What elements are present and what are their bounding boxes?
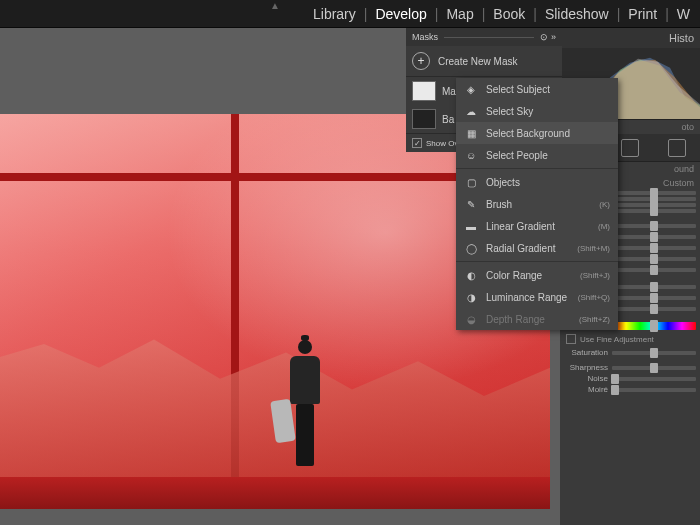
- mask-thumb-1: [412, 81, 436, 101]
- menu-select-sky[interactable]: ☁Select Sky: [456, 100, 618, 122]
- sc: (Shift+M): [577, 244, 610, 253]
- sc: (M): [598, 222, 610, 231]
- tab-web[interactable]: W: [673, 6, 694, 22]
- lbl: Brush: [486, 199, 512, 210]
- histogram-label: Histo: [669, 32, 694, 44]
- menu-objects[interactable]: ▢Objects: [456, 171, 618, 193]
- tab-slideshow[interactable]: Slideshow: [541, 6, 613, 22]
- histogram-header[interactable]: Histo: [560, 28, 700, 48]
- menu-divider: [456, 261, 618, 262]
- noise-label: Noise: [564, 374, 608, 383]
- mask-thumb-2: [412, 109, 436, 129]
- people-icon: ☺: [464, 148, 478, 162]
- lbl: Linear Gradient: [486, 221, 555, 232]
- subject-person: [281, 340, 329, 485]
- person-legs: [296, 404, 314, 466]
- plus-icon: +: [412, 52, 430, 70]
- lbl: Depth Range: [486, 314, 545, 325]
- subject-icon: ◈: [464, 82, 478, 96]
- tab-library[interactable]: Library: [309, 6, 360, 22]
- lbl: Select Sky: [486, 106, 533, 117]
- arrow-up-icon: ▲: [270, 0, 280, 11]
- person-head: [298, 340, 312, 354]
- slider-moire[interactable]: Moiré: [560, 384, 700, 395]
- lbl: Color Range: [486, 270, 542, 281]
- sep: |: [529, 6, 541, 22]
- heal-icon[interactable]: [621, 139, 639, 157]
- mask-type-menu: ◈Select Subject ☁Select Sky ▦Select Back…: [456, 78, 618, 330]
- menu-luminance-range[interactable]: ◑Luminance Range(Shift+Q): [456, 286, 618, 308]
- fine-checkbox[interactable]: [566, 334, 576, 344]
- lbl: Select People: [486, 150, 548, 161]
- menu-divider: [456, 168, 618, 169]
- lbl: Luminance Range: [486, 292, 567, 303]
- fine-label: Use Fine Adjustment: [580, 335, 654, 344]
- menu-select-people[interactable]: ☺Select People: [456, 144, 618, 166]
- mask-icon[interactable]: [668, 139, 686, 157]
- sc: (K): [599, 200, 610, 209]
- sep: |: [360, 6, 372, 22]
- sep: |: [613, 6, 625, 22]
- moire-label: Moiré: [564, 385, 608, 394]
- sep: |: [478, 6, 490, 22]
- menu-select-background[interactable]: ▦Select Background: [456, 122, 618, 144]
- lbl: Select Background: [486, 128, 570, 139]
- lum-icon: ◑: [464, 290, 478, 304]
- masks-header[interactable]: Masks ⊙ »: [406, 28, 562, 46]
- module-tabs: Library| Develop| Map| Book| Slideshow| …: [309, 6, 700, 22]
- fine-adjust-row[interactable]: Use Fine Adjustment: [560, 331, 700, 347]
- tab-map[interactable]: Map: [442, 6, 477, 22]
- sc: (Shift+J): [580, 271, 610, 280]
- menu-depth-range: ◒Depth Range(Shift+Z): [456, 308, 618, 330]
- slider-saturation[interactable]: Saturation: [560, 347, 700, 358]
- depth-icon: ◒: [464, 312, 478, 326]
- person-torso: [290, 356, 320, 404]
- slider-noise[interactable]: Noise: [560, 373, 700, 384]
- overlay-label: Show Ov: [426, 139, 458, 148]
- objects-icon: ▢: [464, 175, 478, 189]
- floor: [0, 477, 550, 509]
- sc: (Shift+Q): [578, 293, 610, 302]
- menu-radial-gradient[interactable]: ◯Radial Gradient(Shift+M): [456, 237, 618, 259]
- overlay-checkbox[interactable]: ✓: [412, 138, 422, 148]
- sep: |: [661, 6, 673, 22]
- lbl: Select Subject: [486, 84, 550, 95]
- slider-sharpness[interactable]: Sharpness: [560, 362, 700, 373]
- sep: |: [431, 6, 443, 22]
- create-label: Create New Mask: [438, 56, 517, 67]
- lbl: Objects: [486, 177, 520, 188]
- brush-icon: ✎: [464, 197, 478, 211]
- tab-print[interactable]: Print: [624, 6, 661, 22]
- mask-label-2: Ba: [442, 114, 454, 125]
- saturation-label: Saturation: [564, 348, 608, 357]
- top-bar: Library| Develop| Map| Book| Slideshow| …: [0, 0, 700, 28]
- masks-opts-icon[interactable]: ⊙ »: [540, 32, 556, 42]
- create-new-mask[interactable]: + Create New Mask: [406, 46, 562, 77]
- menu-linear-gradient[interactable]: ▬Linear Gradient(M): [456, 215, 618, 237]
- radial-icon: ◯: [464, 241, 478, 255]
- background-icon: ▦: [464, 126, 478, 140]
- mask-label-1: Ma: [442, 86, 456, 97]
- color-icon: ◐: [464, 268, 478, 282]
- menu-brush[interactable]: ✎Brush(K): [456, 193, 618, 215]
- linear-icon: ▬: [464, 219, 478, 233]
- lbl: Radial Gradient: [486, 243, 555, 254]
- tab-book[interactable]: Book: [489, 6, 529, 22]
- menu-select-subject[interactable]: ◈Select Subject: [456, 78, 618, 100]
- sky-icon: ☁: [464, 104, 478, 118]
- sharpness-label: Sharpness: [564, 363, 608, 372]
- tab-develop[interactable]: Develop: [371, 6, 430, 22]
- sc: (Shift+Z): [579, 315, 610, 324]
- masks-title: Masks: [412, 32, 438, 42]
- menu-color-range[interactable]: ◐Color Range(Shift+J): [456, 264, 618, 286]
- masks-divider: [444, 37, 534, 38]
